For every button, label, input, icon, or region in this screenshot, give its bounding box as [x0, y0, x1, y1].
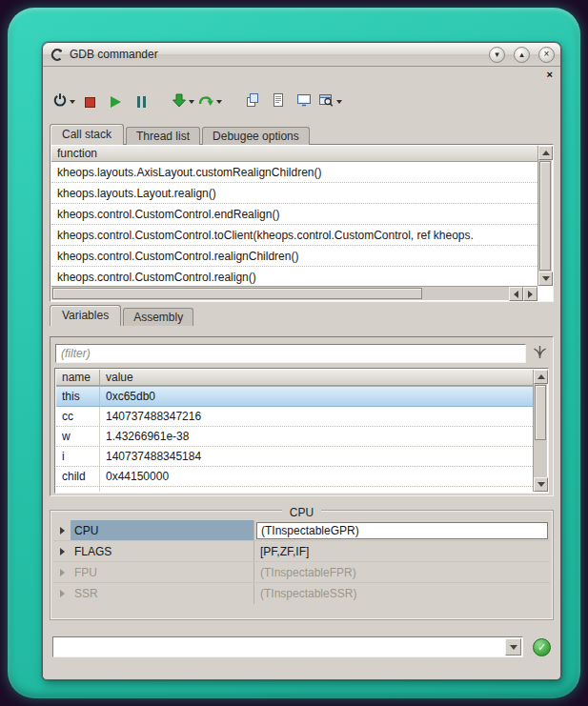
- arrow-down-icon: [542, 276, 550, 281]
- scroll-left-button[interactable]: [509, 287, 523, 301]
- cpu-row[interactable]: FPU (TInspectableFPR): [53, 562, 550, 583]
- app-icon: [49, 47, 64, 62]
- scrollbar-thumb[interactable]: [539, 161, 551, 271]
- variable-row[interactable]: w 1.43266961e-38: [56, 427, 533, 447]
- power-button[interactable]: [52, 89, 75, 115]
- variable-name: this: [56, 387, 100, 406]
- maximize-button[interactable]: ▴: [514, 47, 530, 63]
- arrow-up-icon: [542, 151, 550, 155]
- column-header-name[interactable]: name: [56, 370, 100, 385]
- callstack-row[interactable]: kheops.control.CustomControl.toClient(kh…: [51, 225, 537, 246]
- command-combobox[interactable]: [52, 636, 523, 657]
- arrow-left-icon: [514, 291, 518, 298]
- debug-toolbar: [43, 83, 560, 121]
- scroll-up-button[interactable]: [534, 370, 548, 384]
- callstack-row[interactable]: kheops.control.CustomControl.realign(): [51, 267, 537, 286]
- callstack-row[interactable]: kheops.control.CustomControl.realignChil…: [51, 246, 537, 267]
- gdb-commander-window: GDB commander ▾ ▴ × ×: [42, 42, 561, 680]
- chevron-down-icon: [216, 100, 222, 104]
- callstack-row[interactable]: kheops.layouts.Layout.realign(): [51, 183, 537, 204]
- expander-icon[interactable]: [53, 520, 71, 540]
- scroll-right-button[interactable]: [523, 287, 537, 301]
- variable-value: 1.43266961e-38: [100, 487, 533, 492]
- watch-window-button[interactable]: [293, 89, 315, 115]
- variable-row[interactable]: i 140737488345184: [56, 447, 533, 467]
- variable-name: i: [56, 447, 100, 466]
- tab-thread-list[interactable]: Thread list: [126, 127, 200, 145]
- column-header-function[interactable]: function: [57, 147, 97, 160]
- ok-button[interactable]: ✓: [533, 638, 551, 656]
- arrow-down-icon: [510, 645, 517, 650]
- combobox-dropdown-button[interactable]: [505, 638, 521, 656]
- variables-vertical-scrollbar[interactable]: [533, 370, 547, 492]
- filter-row: [54, 341, 549, 366]
- scroll-up-button[interactable]: [538, 146, 553, 160]
- step-into-button[interactable]: [172, 89, 194, 115]
- register-group-value: [PF,ZF,IF]: [253, 541, 550, 561]
- dock-close-button[interactable]: ×: [547, 70, 553, 80]
- callstack-row[interactable]: kheops.layouts.AxisLayout.customRealignC…: [51, 162, 537, 183]
- source-pages-button[interactable]: [241, 89, 264, 115]
- tab-assembly[interactable]: Assembly: [123, 308, 193, 326]
- scrollbar-thumb[interactable]: [52, 288, 422, 299]
- arrow-down-icon: [537, 482, 545, 487]
- chevron-down-icon: [70, 100, 75, 104]
- cpu-row[interactable]: FLAGS [PF,ZF,IF]: [53, 541, 550, 562]
- cpu-row[interactable]: CPU (TInspectableGPR): [53, 520, 550, 541]
- play-icon: [111, 96, 121, 108]
- tab-debugee-options[interactable]: Debugee options: [202, 127, 310, 145]
- callstack-horizontal-scrollbar[interactable]: [51, 286, 537, 300]
- cpu-row[interactable]: SSR (TInspectableSSR): [53, 583, 550, 604]
- chevron-down-icon: [336, 100, 342, 104]
- variable-row[interactable]: b 1.43266961e-38: [56, 487, 533, 492]
- dock-titlebar: ×: [43, 67, 560, 83]
- register-group-name: FLAGS: [71, 541, 253, 561]
- variable-row[interactable]: this 0xc65db0: [56, 386, 533, 407]
- variable-value: 1.43266961e-38: [100, 427, 533, 446]
- inspector-button[interactable]: [318, 89, 342, 115]
- variable-row[interactable]: cc 140737488347216: [56, 407, 533, 427]
- pause-button[interactable]: [130, 89, 152, 115]
- shade-button[interactable]: ▾: [489, 47, 505, 63]
- scroll-down-button[interactable]: [534, 477, 548, 492]
- command-input[interactable]: [54, 638, 505, 656]
- callstack-vertical-scrollbar[interactable]: [537, 146, 552, 286]
- variable-value: 140737488345184: [100, 447, 533, 466]
- stop-icon: [85, 97, 95, 108]
- stop-button[interactable]: [78, 89, 101, 115]
- document-button[interactable]: [267, 89, 290, 115]
- callstack-row[interactable]: kheops.control.CustomControl.endRealign(…: [51, 204, 537, 225]
- expander-icon[interactable]: [53, 583, 71, 604]
- variable-row[interactable]: child 0x44150000: [56, 467, 533, 487]
- curved-arrow-icon: [197, 92, 214, 111]
- tab-variables[interactable]: Variables: [50, 305, 121, 326]
- callstack-list: kheops.layouts.AxisLayout.customRealignC…: [51, 162, 537, 286]
- teal-frame: GDB commander ▾ ▴ × ×: [8, 8, 580, 698]
- variable-name: child: [56, 467, 100, 486]
- tab-call-stack[interactable]: Call stack: [50, 124, 124, 145]
- register-value-editor[interactable]: (TInspectableGPR): [256, 522, 548, 539]
- window-title: GDB commander: [70, 48, 158, 61]
- register-group-name: SSR: [71, 583, 253, 604]
- arrow-down-icon: [172, 92, 187, 111]
- filter-input[interactable]: [55, 344, 526, 363]
- filter-claw-icon[interactable]: [532, 344, 548, 364]
- cpu-group-title: CPU: [51, 503, 553, 520]
- expander-icon[interactable]: [53, 541, 71, 561]
- register-group-value: (TInspectableFPR): [253, 562, 550, 582]
- scrollbar-thumb[interactable]: [535, 385, 546, 440]
- close-button[interactable]: ×: [538, 47, 555, 63]
- expander-icon[interactable]: [53, 562, 71, 582]
- variable-value: 0x44150000: [100, 467, 533, 486]
- run-button[interactable]: [104, 89, 127, 115]
- titlebar[interactable]: GDB commander ▾ ▴ ×: [43, 43, 560, 67]
- scroll-down-button[interactable]: [538, 272, 553, 286]
- column-header-value[interactable]: value: [100, 370, 533, 385]
- variables-table-header: name value: [56, 370, 533, 386]
- scrollbar-track[interactable]: [423, 287, 509, 300]
- step-over-button[interactable]: [197, 89, 222, 115]
- variables-table: name value this 0xc65db0 cc 140737488347…: [54, 368, 549, 494]
- variable-value: 140737488347216: [100, 407, 533, 426]
- scrollbar-track[interactable]: [534, 441, 547, 477]
- callstack-header: function: [51, 146, 537, 162]
